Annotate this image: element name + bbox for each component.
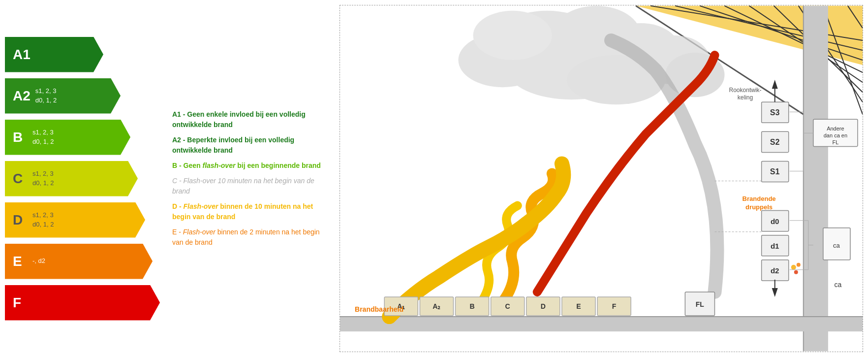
label-sub-E: -, d2 — [32, 257, 45, 265]
svg-text:E: E — [576, 302, 581, 310]
svg-text:F: F — [612, 302, 617, 310]
main-container: A1 A2 s1, 2, 3d0, 1, 2 B s1, 2, 3d0, 1, … — [0, 0, 868, 357]
label-letter-A1: A1 — [13, 47, 31, 63]
label-letter-E: E — [13, 254, 28, 269]
label-letter-B: B — [13, 130, 28, 145]
svg-text:B: B — [469, 302, 474, 310]
svg-rect-11 — [804, 6, 828, 351]
svg-text:ca: ca — [834, 281, 841, 289]
label-letter-D: D — [13, 212, 28, 228]
svg-text:Brandende: Brandende — [743, 195, 776, 202]
desc-C: C - Flash-over 10 minuten na het begin v… — [172, 176, 330, 196]
svg-text:Andere: Andere — [827, 126, 844, 131]
label-sub-D: s1, 2, 3d0, 1, 2 — [32, 211, 54, 228]
label-arrow-D: D s1, 2, 3d0, 1, 2 — [5, 202, 145, 238]
label-arrow-A1: A1 — [5, 37, 103, 72]
desc-D: D - Flash-over binnen de 10 minuten na h… — [172, 201, 330, 222]
svg-text:d0: d0 — [771, 217, 779, 226]
desc-E: E - Flash-over binnen de 2 minuten na he… — [172, 227, 330, 248]
label-letter-C: C — [13, 171, 28, 187]
label-sub-A2: s1, 2, 3d0, 1, 2 — [35, 87, 57, 104]
svg-text:d1: d1 — [771, 242, 779, 250]
label-row-F: F — [5, 284, 162, 322]
label-letter-A2: A2 — [13, 88, 31, 104]
diagram-section: S3 S2 S1 Rookontwik- keling Andere dan c… — [340, 5, 863, 352]
svg-text:S1: S1 — [770, 167, 780, 176]
svg-text:Rookontwik-: Rookontwik- — [729, 87, 761, 94]
label-row-D: D s1, 2, 3d0, 1, 2 — [5, 201, 162, 239]
svg-text:S3: S3 — [770, 108, 780, 117]
label-arrow-E: E -, d2 — [5, 244, 153, 279]
svg-text:d2: d2 — [771, 266, 779, 275]
label-letter-F: F — [13, 295, 28, 311]
svg-text:FL: FL — [696, 300, 705, 308]
svg-text:keling: keling — [738, 94, 753, 101]
desc-B: B - Geen flash-over bij een beginnende b… — [172, 161, 330, 171]
svg-text:C: C — [505, 302, 510, 310]
descriptions-section: A1 - Geen enkele invloed bij een volledi… — [172, 5, 330, 352]
desc-A1: A1 - Geen enkele invloed bij een volledi… — [172, 109, 330, 130]
label-arrow-A2: A2 s1, 2, 3d0, 1, 2 — [5, 78, 121, 114]
label-arrow-C: C s1, 2, 3d0, 1, 2 — [5, 161, 138, 196]
svg-point-23 — [473, 11, 552, 60]
svg-text:dan ca en: dan ca en — [824, 132, 847, 138]
label-row-C: C s1, 2, 3d0, 1, 2 — [5, 160, 162, 198]
svg-text:S2: S2 — [770, 137, 780, 146]
label-row-E: E -, d2 — [5, 242, 162, 281]
svg-point-47 — [794, 270, 798, 274]
svg-text:druppels: druppels — [745, 203, 773, 211]
label-sub-B: s1, 2, 3d0, 1, 2 — [32, 128, 54, 146]
svg-text:ca: ca — [833, 242, 840, 249]
labels-section: A1 A2 s1, 2, 3d0, 1, 2 B s1, 2, 3d0, 1, … — [5, 5, 162, 352]
svg-text:Brandbaarheid: Brandbaarheid — [355, 305, 403, 313]
diagram-svg: S3 S2 S1 Rookontwik- keling Andere dan c… — [340, 5, 863, 352]
svg-rect-13 — [340, 317, 863, 331]
label-arrow-B: B s1, 2, 3d0, 1, 2 — [5, 120, 130, 155]
desc-A2: A2 - Beperkte invloed bij een volledig o… — [172, 135, 330, 156]
svg-text:FL: FL — [832, 139, 838, 145]
label-arrow-F: F — [5, 285, 160, 321]
svg-text:D: D — [541, 302, 546, 310]
label-row-B: B s1, 2, 3d0, 1, 2 — [5, 118, 162, 157]
svg-point-45 — [791, 265, 796, 270]
label-row-A1: A1 — [5, 35, 162, 74]
svg-point-46 — [797, 263, 801, 267]
svg-text:A₂: A₂ — [433, 302, 440, 310]
label-row-A2: A2 s1, 2, 3d0, 1, 2 — [5, 77, 162, 115]
label-sub-C: s1, 2, 3d0, 1, 2 — [32, 169, 54, 187]
